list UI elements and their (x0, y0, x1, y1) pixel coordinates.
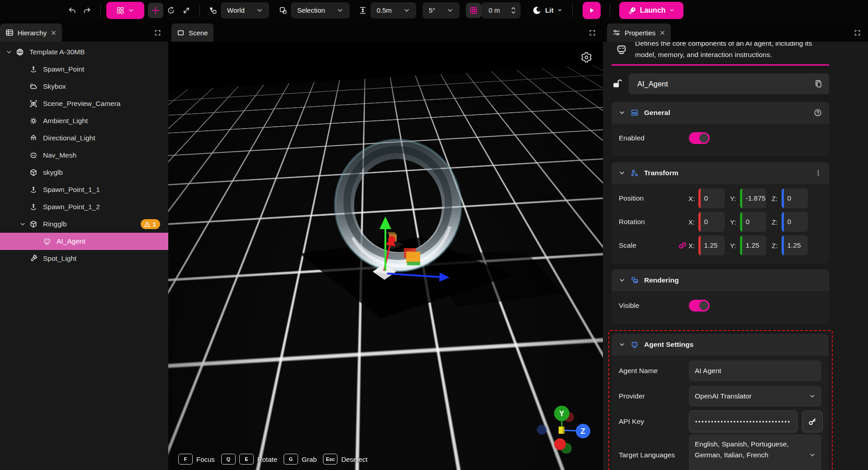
warning-icon (144, 221, 151, 228)
launch-button[interactable]: Launch (619, 2, 683, 19)
shortcut-label: Focus (196, 456, 215, 463)
axis-z-label: Z (581, 427, 585, 436)
hierarchy-panel: Hierarchy Template A-30MBSpawn_PointSkyb… (0, 20, 168, 470)
key-icon (808, 417, 817, 426)
close-icon[interactable] (659, 30, 665, 36)
grid-snap-toggle[interactable] (466, 3, 481, 18)
rendering-header[interactable]: Rendering (612, 269, 829, 291)
position-y-input[interactable]: -1.875 (740, 188, 766, 208)
scale-x-input[interactable]: 1.25 (698, 235, 725, 255)
general-header[interactable]: General (612, 102, 829, 124)
move-snap-dropdown[interactable]: 0.5m (370, 2, 416, 19)
transform-section-icon (631, 169, 639, 177)
rotate-snap-dropdown[interactable]: 5° (422, 2, 460, 19)
visible-toggle[interactable] (689, 300, 710, 312)
help-icon[interactable] (814, 109, 822, 117)
play-button[interactable] (583, 2, 601, 19)
tree-item-ai-agent[interactable]: AI_Agent (0, 233, 168, 250)
tab-scene[interactable]: Scene (171, 24, 213, 42)
keycap-g: G (284, 454, 298, 465)
properties-tab-label: Properties (625, 29, 655, 37)
transform-space-button[interactable] (205, 3, 221, 18)
snap-translate-button[interactable] (355, 3, 370, 18)
close-icon[interactable] (51, 30, 57, 36)
agent-settings-header[interactable]: Agent Settings (612, 334, 829, 355)
axis-y-label: Y (559, 409, 564, 418)
rotation-y-input[interactable]: 0 (740, 212, 766, 232)
asset-library-button[interactable] (106, 2, 144, 19)
axis-value: 0 (701, 194, 708, 202)
tree-item-template-a-30mb[interactable]: Template A-30MB (0, 43, 168, 61)
chevron-down-icon[interactable] (17, 221, 28, 227)
rotate-tool-button[interactable] (163, 3, 179, 18)
shortcut-label: Grab (302, 456, 317, 463)
enabled-toggle[interactable] (689, 132, 710, 144)
api-key-button[interactable] (802, 411, 823, 432)
stepper-arrows[interactable] (511, 6, 516, 14)
tree-item-spawn-point-1-1[interactable]: Spawn_Point_1_1 (0, 181, 168, 198)
selection-mode-dropdown[interactable]: Selection (291, 2, 350, 19)
chevron-down-icon (557, 8, 562, 13)
shortcut-deselect: EscDeselect (323, 454, 367, 465)
shading-value: Lit (545, 6, 553, 14)
lock-open-icon[interactable] (612, 78, 622, 89)
transform-header[interactable]: Transform (612, 162, 829, 184)
expand-panel-icon[interactable] (854, 29, 861, 36)
tree-item-spawn-point-1-2[interactable]: Spawn_Point_1_2 (0, 198, 168, 216)
object-name-field[interactable]: AI_Agent (629, 73, 829, 94)
axis-x-ball[interactable] (554, 438, 566, 450)
provider-select[interactable]: OpenAI Translator (689, 386, 821, 407)
undo-button[interactable] (64, 3, 80, 18)
rotation-x-input[interactable]: 0 (698, 212, 725, 232)
tree-item-ringglb[interactable]: Ringglb1 (0, 216, 168, 233)
move-tool-button[interactable] (148, 3, 163, 18)
shading-mode-dropdown[interactable]: Lit (532, 6, 562, 15)
chevron-down-icon (128, 7, 134, 14)
axis-value: -1.875 (742, 194, 766, 202)
copy-icon[interactable] (814, 80, 823, 88)
link-scale-icon[interactable] (677, 240, 688, 250)
target-languages-value: English, Spanish, Portuguese, German, It… (695, 439, 802, 460)
expand-panel-icon[interactable] (154, 29, 161, 36)
expand-viewport-icon[interactable] (589, 29, 596, 36)
editor-app: World Selection 0.5m 5° 0 m (0, 0, 868, 470)
warning-badge[interactable]: 1 (141, 219, 160, 229)
shortcut-hints: FFocusQERotateGGrabEscDeselect (178, 454, 368, 465)
position-z-input[interactable]: 0 (782, 188, 808, 208)
pivot-mode-button[interactable] (275, 3, 291, 18)
position-x-input[interactable]: 0 (698, 188, 725, 208)
target-languages-label: Target Languages (619, 451, 689, 459)
tree-item-ambient-light[interactable]: Ambient_Light (0, 112, 168, 129)
redo-button[interactable] (80, 3, 95, 18)
scene-tab-label: Scene (189, 29, 208, 37)
api-key-input[interactable]: •••••••••••••••••••••••••••••• (689, 411, 797, 432)
agent-name-input[interactable]: AI Agent (689, 360, 821, 381)
hierarchy-tabstrip: Hierarchy (0, 20, 168, 42)
viewport-settings-gear-icon[interactable] (581, 52, 592, 63)
scene-tabstrip: Scene (168, 20, 603, 42)
tree-item-directional-light[interactable]: Directional_Light (0, 129, 168, 147)
tree-item-spot-light[interactable]: Spot_Light (0, 250, 168, 267)
viewport-canvas[interactable]: Y Z FFocusQERotateGGrabEscDeselect (168, 42, 603, 470)
tree-item-skybox[interactable]: Skybox (0, 78, 168, 95)
tab-hierarchy[interactable]: Hierarchy (0, 24, 62, 42)
tree-item-scene-preview-camera[interactable]: Scene_Preview_Camera (0, 95, 168, 112)
scale-tool-button[interactable] (179, 3, 194, 18)
transform-title: Transform (644, 169, 678, 177)
rotation-z-input[interactable]: 0 (782, 212, 808, 232)
axis-navigation-gizmo[interactable]: Y Z (530, 398, 598, 466)
chevron-down-icon (809, 452, 816, 458)
world-space-dropdown[interactable]: World (221, 2, 269, 19)
tree-item-skyglb[interactable]: skyglb (0, 164, 168, 181)
pivot-icon (279, 6, 287, 14)
tab-properties[interactable]: Properties (607, 24, 671, 42)
chevron-down-icon[interactable] (4, 49, 14, 55)
scale-z-input[interactable]: 1.25 (782, 235, 808, 255)
tree-item-spawn-point[interactable]: Spawn_Point (0, 61, 168, 78)
tree-item-nav-mesh[interactable]: Nav_Mesh (0, 147, 168, 164)
target-languages-select[interactable]: English, Spanish, Portuguese, German, It… (689, 434, 821, 470)
kebab-menu-icon[interactable] (815, 169, 822, 177)
scale-y-input[interactable]: 1.25 (740, 235, 766, 255)
axis-neg-z-ball[interactable] (537, 425, 547, 435)
elevation-stepper[interactable]: 0 m (481, 2, 521, 19)
